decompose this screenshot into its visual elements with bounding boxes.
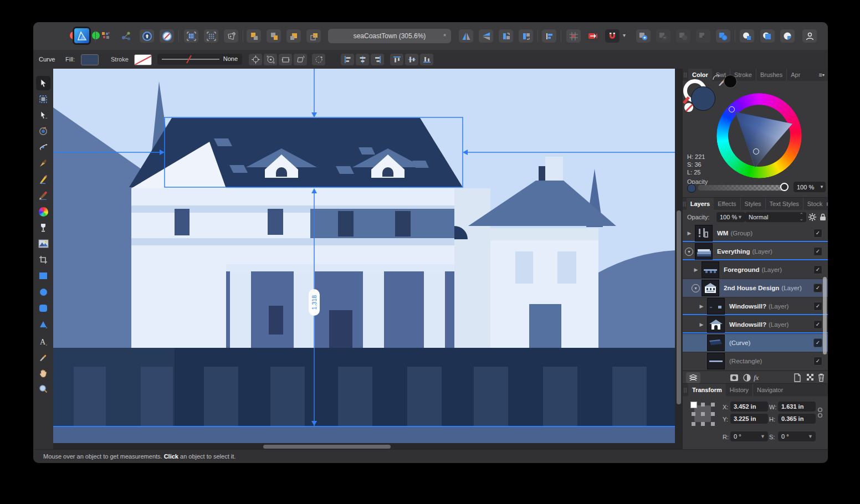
align-center-horizontal-icon[interactable] <box>356 54 369 65</box>
layer-visibility-checkbox[interactable]: ✓ <box>813 338 822 347</box>
layer-visibility-checkbox[interactable]: ✓ <box>813 247 822 256</box>
panel-menu-icon[interactable]: ≡▾ <box>826 198 828 210</box>
x-field[interactable]: 3.452 in <box>730 402 768 412</box>
adjustment-icon[interactable] <box>743 373 751 382</box>
transparency-tool[interactable] <box>36 220 50 235</box>
horizontal-scrollbar[interactable] <box>263 445 391 449</box>
link-dimensions-icon[interactable] <box>817 406 823 420</box>
align-bottom-icon[interactable] <box>420 54 433 65</box>
rotate-cw-icon[interactable] <box>519 29 533 43</box>
opacity-dropdown-caret[interactable]: ▼ <box>818 182 826 192</box>
boolean-add-icon[interactable] <box>636 29 651 43</box>
canvas[interactable]: 1.318 <box>53 69 683 450</box>
new-layer-icon[interactable] <box>794 373 801 382</box>
fill-color-well[interactable] <box>691 86 715 111</box>
align-right-icon[interactable] <box>371 54 384 65</box>
point-transform-tool[interactable] <box>36 124 50 138</box>
tab-appearance[interactable]: Apr <box>787 69 804 81</box>
alignment-icon[interactable] <box>542 29 556 43</box>
flip-vertical-icon[interactable] <box>479 29 493 43</box>
transform-mode-icon[interactable] <box>294 54 307 65</box>
node-tool[interactable] <box>36 108 50 122</box>
share-icon[interactable] <box>119 29 134 43</box>
blend-options-gear-icon[interactable] <box>808 213 817 222</box>
move-to-back-icon[interactable] <box>306 29 321 43</box>
end-wall-shape[interactable] <box>454 188 490 348</box>
show-rotation-center-icon[interactable] <box>249 54 262 65</box>
saturation-lightness-marker[interactable] <box>753 148 759 155</box>
rounded-rectangle-tool[interactable] <box>36 301 50 315</box>
layer-row-rectangle[interactable]: (Rectangle) ✓ <box>683 352 828 371</box>
delete-trash-icon[interactable] <box>817 373 825 382</box>
layer-thumbnail[interactable] <box>707 353 725 369</box>
rectangle-tool[interactable] <box>36 269 50 283</box>
fence-group[interactable] <box>53 348 675 443</box>
flip-horizontal-icon[interactable] <box>459 29 473 43</box>
unpublish-icon[interactable] <box>160 29 174 43</box>
lock-icon[interactable] <box>819 213 827 222</box>
snapping-options-caret-icon[interactable]: ▾ <box>623 32 626 38</box>
window[interactable] <box>338 211 354 236</box>
layer-row-curve-selected[interactable]: (Curve) ✓ <box>683 334 828 352</box>
pencil-tool[interactable] <box>36 172 50 187</box>
move-forward-icon[interactable] <box>267 29 281 43</box>
artboard-tool[interactable] <box>36 92 50 106</box>
color-picker-tool[interactable] <box>36 350 50 364</box>
boolean-combine-icon[interactable] <box>716 29 730 43</box>
tab-stock[interactable]: Stock <box>803 198 827 210</box>
disclosure-expanded-icon[interactable]: ▼ <box>692 284 700 292</box>
rotate-ccw-icon[interactable] <box>499 29 513 43</box>
disclosure-icon[interactable]: ▶ <box>686 230 693 236</box>
insert-on-top-icon[interactable] <box>760 29 775 43</box>
layers-opacity-field[interactable]: 100 %▼ <box>716 212 745 222</box>
color-wheel-tool[interactable] <box>36 204 50 219</box>
tab-effects[interactable]: Effects <box>714 198 740 210</box>
layer-row-windowsill-2[interactable]: ▶ Windowsill?(Layer) ✓ <box>683 316 828 334</box>
layer-row-windowsill-1[interactable]: ▶ Windowsill?(Layer) ✓ <box>683 297 828 316</box>
insert-inside-icon[interactable] <box>780 29 795 43</box>
new-pixel-layer-icon[interactable] <box>806 373 815 382</box>
disclosure-expanded-icon[interactable]: ▼ <box>685 248 693 256</box>
vector-brush-tool[interactable] <box>36 188 50 203</box>
anchor-top-left[interactable] <box>690 402 697 408</box>
tab-transform[interactable]: Transform <box>688 384 726 396</box>
panel-grip-icon[interactable]: || <box>683 384 688 396</box>
layer-thumbnail[interactable] <box>707 298 725 315</box>
panel-grip-icon[interactable]: || <box>683 69 688 81</box>
ground-strip[interactable] <box>53 427 675 443</box>
door[interactable] <box>329 310 352 348</box>
snapping-grid-icon[interactable] <box>566 29 581 43</box>
shape-tool[interactable] <box>36 317 50 332</box>
layer-visibility-checkbox[interactable]: ✓ <box>813 284 822 292</box>
align-middle-vertical-icon[interactable] <box>405 54 418 65</box>
anchor-point-selector[interactable] <box>690 402 715 426</box>
layer-visibility-checkbox[interactable]: ✓ <box>813 357 822 366</box>
view-hand-tool[interactable] <box>36 366 50 380</box>
shear-field[interactable]: 0 °▼ <box>778 431 816 441</box>
cycle-selection-box-icon[interactable] <box>264 54 277 65</box>
layer-visibility-checkbox[interactable]: ✓ <box>813 229 822 238</box>
tab-styles[interactable]: Styles <box>741 198 766 210</box>
layer-thumbnail[interactable] <box>702 280 719 296</box>
layers-scrollbar[interactable] <box>823 277 827 354</box>
layer-row-everything[interactable]: ▼ Everything(Layer) ✓ <box>683 243 828 261</box>
layer-thumbnail[interactable] <box>695 243 713 260</box>
hue-marker[interactable] <box>729 106 735 112</box>
place-image-tool[interactable] <box>36 236 50 251</box>
tab-text-styles[interactable]: Text Styles <box>766 198 803 210</box>
tab-navigator[interactable]: Navigator <box>753 384 787 396</box>
fx-icon[interactable]: fx <box>754 373 759 382</box>
stroke-color-swatch[interactable] <box>134 54 152 65</box>
color-wheel[interactable] <box>716 93 802 178</box>
boolean-subtract-icon[interactable] <box>656 29 670 43</box>
picked-color-swatch[interactable] <box>724 75 737 88</box>
vertical-scrollbar[interactable] <box>677 210 681 404</box>
stroke-width-slider[interactable] <box>162 59 219 60</box>
blend-mode-select[interactable]: Normal⌃⌄ <box>745 212 806 222</box>
move-tool[interactable] <box>36 76 50 90</box>
pen-tool[interactable] <box>36 156 50 171</box>
grid-transform-icon[interactable] <box>224 29 238 43</box>
crop-tool[interactable] <box>36 253 50 267</box>
window[interactable] <box>557 251 576 284</box>
align-left-icon[interactable] <box>341 54 354 65</box>
